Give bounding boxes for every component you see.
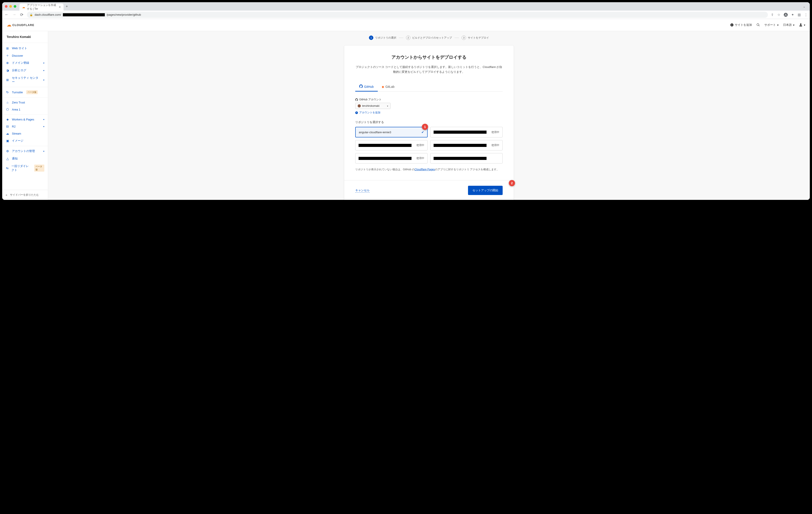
repo-item[interactable]: 使用中 (430, 140, 503, 150)
github-account-select[interactable]: teruhirokomaki ▾ (355, 103, 390, 109)
close-tab-icon[interactable]: ✕ (59, 5, 61, 9)
helper-text: リポジトリが表示されていない場合は、GitHub のCloudflare Pag… (355, 168, 503, 172)
sidebar-item-label: 一括リダイレクト (11, 164, 31, 172)
refresh-icon: ↻ (6, 90, 9, 94)
sidebar-item-workers-pages[interactable]: ◈ Workers & Pages ▾ (2, 116, 48, 123)
check-icon: ✔ (422, 130, 424, 134)
tab-github[interactable]: GitHub (355, 82, 378, 92)
github-account-label: GitHub アカウント (355, 98, 503, 101)
sidebar-item-label: アカウントの管理 (12, 149, 35, 153)
sidebar: Teruhiro Komaki ⊞ Web サイト ✧ Discover ⊕ ド… (2, 31, 48, 200)
repo-grid: 1 angular-cloudflare-iemie3 ✔ 使用中 使用中 (355, 127, 503, 163)
sidebar-item-label: 通知 (12, 157, 18, 160)
chevron-down-icon: ▾ (777, 23, 779, 27)
sidebar-item-label: ドメイン登録 (12, 61, 29, 65)
add-account-link[interactable]: + アカウントを追加 (355, 111, 503, 115)
sidebar-item-area1[interactable]: ⬡ Area 1 (2, 106, 48, 113)
step-3[interactable]: 3 サイトをデプロイ (462, 35, 489, 40)
browser-tab[interactable]: ☁ アプリケーションを作成する | Ter ✕ (20, 3, 63, 10)
in-use-label: 使用中 (416, 143, 424, 147)
tab-overflow-icon[interactable]: ⌄ (801, 5, 807, 8)
sidebar-item-label: Workers & Pages (12, 118, 34, 121)
collapse-sidebar-button[interactable]: « サイドバーを折りたたむ (2, 190, 48, 200)
cloudflare-pages-link[interactable]: Cloudflare Pages (415, 168, 435, 171)
app-header: ☁ CLOUDFLARE + サイトを追加 サポート ▾ 日本語 ▾ ▾ (2, 19, 810, 31)
maximize-window-icon[interactable] (14, 5, 16, 8)
globe-icon: ⊕ (6, 61, 9, 65)
tab-gitlab[interactable]: ◆ GitLab (378, 82, 399, 92)
collapse-label: サイドバーを折りたたむ (10, 193, 39, 197)
repo-item[interactable]: 使用中 (355, 140, 428, 150)
redirect-icon: ⇆ (6, 166, 9, 170)
repo-section-label: リポジトリを選択する (355, 120, 503, 124)
divider (2, 87, 48, 87)
redacted-name (434, 144, 487, 147)
support-dropdown[interactable]: サポート ▾ (764, 23, 779, 27)
main-content: 1 リポジトリの選択 2 ビルドとデプロイのセットアップ 3 サイトをデプロイ (48, 31, 810, 200)
redacted-name (358, 144, 411, 147)
repo-item[interactable] (430, 153, 503, 163)
begin-setup-button[interactable]: セットアップの開始 (468, 186, 503, 195)
stepper: 1 リポジトリの選択 2 ビルドとデプロイのセットアップ 3 サイトをデプロイ (55, 35, 803, 40)
language-dropdown[interactable]: 日本語 ▾ (783, 23, 794, 27)
reading-list-icon[interactable]: ▥ (798, 13, 801, 17)
step-2[interactable]: 2 ビルドとデプロイのセットアップ (406, 35, 452, 40)
step-1[interactable]: 1 リポジトリの選択 (369, 35, 396, 40)
chevron-down-icon: ▾ (43, 150, 45, 152)
cloudflare-app: ☁ CLOUDFLARE + サイトを追加 サポート ▾ 日本語 ▾ ▾ (2, 19, 810, 200)
chevron-down-icon: ▾ (43, 62, 45, 64)
browser-menu-icon[interactable]: ⋮ (804, 13, 808, 17)
sidebar-item-analytics[interactable]: ◑ 分析とログ ▾ (2, 67, 48, 74)
bookmark-icon[interactable]: ☆ (777, 13, 780, 17)
sidebar-item-bulk-redirect[interactable]: ⇆ 一括リダイレクト ベータ版 (2, 162, 48, 174)
user-menu[interactable]: ▾ (799, 23, 805, 27)
sidebar-item-r2[interactable]: ⊟ R2 ▾ (2, 123, 48, 130)
in-use-label: 使用中 (491, 143, 499, 147)
sidebar-item-websites[interactable]: ⊞ Web サイト (2, 44, 48, 52)
sidebar-item-label: Area 1 (12, 108, 20, 111)
extension-badge-icon[interactable]: A (784, 13, 788, 17)
cloudflare-logo[interactable]: ☁ CLOUDFLARE (7, 22, 34, 28)
share-icon[interactable]: ⇧ (771, 13, 774, 17)
close-window-icon[interactable] (5, 5, 7, 8)
globe-icon: ⊞ (6, 47, 9, 50)
sidebar-item-notifications[interactable]: △ 通知 (2, 155, 48, 162)
extensions-icon[interactable]: ✦ (791, 13, 794, 17)
add-site-button[interactable]: + サイトを追加 (730, 23, 752, 27)
sidebar-item-discover[interactable]: ✧ Discover (2, 52, 48, 59)
sidebar-item-turnstile[interactable]: ↻ Turnstile ベータ版 (2, 88, 48, 96)
shield-icon: ⊞ (6, 78, 9, 82)
step-number: 3 (462, 35, 466, 40)
sidebar-item-security[interactable]: ⊞ セキュリティ センター ▾ (2, 74, 48, 86)
panel-footer: キャンセル セットアップの開始 2 (344, 180, 514, 195)
sidebar-item-domains[interactable]: ⊕ ドメイン登録 ▾ (2, 59, 48, 67)
reload-button[interactable]: ⟳ (20, 12, 24, 17)
repo-item[interactable]: 使用中 (355, 153, 428, 163)
step-connector (399, 38, 403, 38)
new-tab-button[interactable]: + (63, 4, 70, 8)
minimize-window-icon[interactable] (9, 5, 12, 8)
deploy-panel: アカウントからサイトをデプロイする プロジェクトのソース コードとして接続するリ… (344, 45, 514, 200)
back-button[interactable]: ← (4, 12, 9, 17)
sidebar-item-zerotrust[interactable]: ⌂ Zero Trust (2, 99, 48, 106)
cloudflare-logo-icon: ☁ (7, 22, 11, 28)
chevron-down-icon: ▾ (43, 118, 45, 121)
add-account-label: アカウントを追加 (359, 111, 380, 115)
sidebar-item-stream[interactable]: ☁ Stream (2, 130, 48, 137)
cancel-button[interactable]: キャンセル (355, 188, 370, 192)
repo-item[interactable]: 使用中 (430, 127, 503, 138)
redacted-name (434, 130, 487, 134)
avatar-icon (358, 104, 361, 108)
address-bar[interactable]: 🔒 dash.cloudflare.com//pages/new/provide… (27, 12, 768, 18)
bell-icon: △ (6, 157, 9, 160)
account-name[interactable]: Teruhiro Komaki (2, 31, 48, 43)
in-use-label: 使用中 (491, 130, 499, 134)
callout-2: 2 (509, 180, 515, 186)
search-button[interactable] (756, 23, 760, 27)
sidebar-item-images[interactable]: ▣ イメージ (2, 137, 48, 145)
sidebar-item-label: Zero Trust (12, 101, 25, 104)
repo-item-selected[interactable]: angular-cloudflare-iemie3 ✔ (355, 127, 428, 138)
cloudflare-favicon-icon: ☁ (22, 5, 25, 9)
forward-button[interactable]: → (12, 12, 16, 17)
sidebar-item-account-mgmt[interactable]: ⚙ アカウントの管理 ▾ (2, 147, 48, 155)
